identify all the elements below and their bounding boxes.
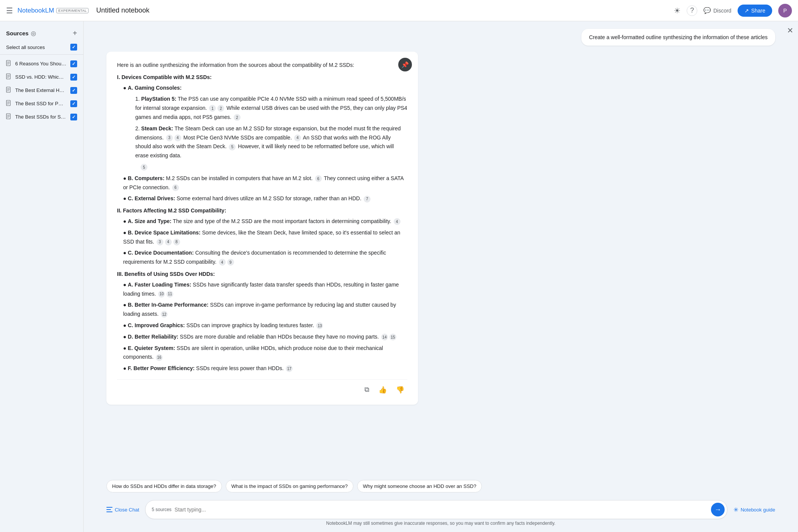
- citation-10[interactable]: 10: [158, 291, 165, 298]
- chat-input-wrapper: 5 sources →: [145, 500, 727, 519]
- citation-7[interactable]: 7: [364, 196, 370, 203]
- ai-response: 📌 Here is an outline synthesizing the in…: [106, 52, 418, 405]
- send-icon: →: [714, 506, 721, 514]
- add-source-button[interactable]: +: [73, 29, 77, 38]
- source-checkbox-0[interactable]: [70, 60, 77, 67]
- citation-9[interactable]: 9: [227, 259, 234, 266]
- citation-4b[interactable]: 4: [294, 135, 301, 141]
- suggestion-chip-0[interactable]: How do SSDs and HDDs differ in data stor…: [106, 480, 222, 492]
- sidebar-item-0[interactable]: 6 Reasons You Should...: [0, 57, 83, 70]
- citation-4[interactable]: 4: [174, 135, 181, 141]
- citation-8[interactable]: 8: [173, 239, 180, 245]
- citation-12[interactable]: 12: [161, 311, 168, 318]
- source-checkbox-2[interactable]: [70, 87, 77, 94]
- citation-3[interactable]: 3: [166, 135, 173, 141]
- user-message-text: Create a well-formatted outline synthesi…: [589, 34, 768, 40]
- citation-4e[interactable]: 4: [219, 259, 226, 266]
- share-button[interactable]: ↗ Share: [738, 5, 772, 17]
- citation-2[interactable]: 2: [217, 105, 224, 112]
- citation-13[interactable]: 13: [316, 322, 323, 329]
- source-label: The Best SSD for PS5 ...: [15, 101, 66, 106]
- improved-graphics-item: ● C. Improved Graphics: SSDs can improve…: [123, 321, 407, 330]
- steam-deck-text: 2. Steam Deck: The Steam Deck can use an…: [135, 124, 407, 160]
- citation-4c[interactable]: 4: [394, 218, 401, 225]
- citation-15[interactable]: 15: [390, 334, 396, 340]
- power-item: ● F. Better Power Efficiency: SSDs requi…: [123, 364, 407, 373]
- citation-16[interactable]: 16: [156, 354, 163, 361]
- suggestion-chip-1[interactable]: What is the impact of SSDs on gaming per…: [226, 480, 353, 492]
- source-doc-icon: [6, 60, 11, 67]
- svg-rect-20: [106, 507, 112, 508]
- source-doc-icon: [6, 113, 11, 120]
- thumbup-button[interactable]: 👍: [375, 384, 390, 396]
- citation-6b[interactable]: 6: [172, 184, 179, 191]
- logo-badge: Experimental: [56, 8, 89, 13]
- theme-toggle-button[interactable]: ☀: [674, 6, 681, 15]
- steam-deck-citation-5b: 5: [135, 163, 407, 172]
- section-i-content: ● A. Gaming Consoles: 1. PlayStation 5: …: [123, 84, 407, 204]
- section-ii-content: ● A. Size and Type: The size and type of…: [123, 217, 407, 267]
- chat-bottom: Close Chat 5 sources → ✳ Notebook guide …: [84, 496, 798, 532]
- source-checkbox-1[interactable]: [70, 74, 77, 81]
- citation-2b[interactable]: 2: [234, 114, 241, 121]
- notebook-title[interactable]: Untitled notebook: [96, 6, 669, 14]
- sidebar-item-2[interactable]: The Best External Har...: [0, 84, 83, 97]
- source-list: 6 Reasons You Should... SSD vs. HDD: Whi…: [0, 57, 83, 124]
- logo-text: NotebookLM: [17, 7, 54, 14]
- computers-item: ● B. Computers: M.2 SSDs can be installe…: [123, 174, 407, 192]
- disclaimer-text: NotebookLM may still sometimes give inac…: [106, 519, 775, 529]
- discord-label: Discord: [713, 8, 731, 14]
- suggestion-chip-2[interactable]: Why might someone choose an HDD over an …: [357, 480, 482, 492]
- discord-link[interactable]: 💬 Discord: [703, 7, 731, 14]
- share-icon: ↗: [744, 8, 749, 14]
- target-icon: ◎: [31, 30, 36, 37]
- ps5-item: 1. PlayStation 5: The PS5 can use any co…: [135, 95, 407, 122]
- chat-input[interactable]: [174, 507, 711, 513]
- avatar[interactable]: P: [778, 4, 792, 17]
- citation-5b[interactable]: 5: [141, 164, 147, 171]
- citation-4d[interactable]: 4: [165, 239, 172, 245]
- citation-14[interactable]: 14: [381, 334, 388, 340]
- menu-button[interactable]: ☰: [6, 6, 13, 15]
- logo: NotebookLM Experimental: [17, 7, 89, 14]
- sidebar-item-1[interactable]: SSD vs. HDD: Which S...: [0, 70, 83, 84]
- section-i-title: I. Devices Compatible with M.2 SSDs:: [117, 73, 407, 82]
- sidebar-item-4[interactable]: The Best SSDs for Ste...: [0, 110, 83, 124]
- citation-1[interactable]: 1: [209, 105, 216, 112]
- sources-badge: 5 sources: [152, 507, 171, 512]
- citation-5[interactable]: 5: [229, 144, 236, 150]
- source-doc-icon: [6, 73, 11, 81]
- help-button[interactable]: ?: [687, 5, 697, 16]
- pin-button[interactable]: 📌: [398, 58, 412, 71]
- device-doc-item: ● C. Device Documentation: Consulting th…: [123, 249, 407, 267]
- citation-11[interactable]: 11: [166, 291, 173, 298]
- steam-deck-item: 2. Steam Deck: The Steam Deck can use an…: [135, 124, 407, 172]
- close-chat-label: Close Chat: [115, 507, 139, 513]
- select-all-row: Select all sources: [0, 41, 83, 55]
- citation-3b[interactable]: 3: [157, 239, 163, 245]
- messages-scroll: Create a well-formatted outline synthesi…: [84, 21, 798, 476]
- source-checkbox-4[interactable]: [70, 114, 77, 120]
- notebook-guide-button[interactable]: ✳ Notebook guide: [727, 503, 775, 516]
- close-panel-button[interactable]: ✕: [787, 26, 793, 35]
- notebook-guide-label: Notebook guide: [741, 507, 775, 513]
- source-checkbox-3[interactable]: [70, 100, 77, 107]
- quieter-item: ● E. Quieter System: SSDs are silent in …: [123, 344, 407, 362]
- citation-17[interactable]: 17: [286, 365, 293, 372]
- sidebar: Sources ◎ + Select all sources 6 Reasons…: [0, 21, 84, 532]
- select-all-checkbox[interactable]: [70, 44, 77, 51]
- sidebar-item-3[interactable]: The Best SSD for PS5 ...: [0, 97, 83, 110]
- copy-button[interactable]: ⧉: [361, 384, 372, 396]
- citation-6[interactable]: 6: [315, 175, 322, 182]
- source-doc-icon: [6, 100, 11, 107]
- suggestions-bar: How do SSDs and HDDs differ in data stor…: [84, 476, 798, 496]
- source-doc-icon: [6, 87, 11, 94]
- ai-intro: Here is an outline synthesizing the info…: [117, 61, 407, 70]
- size-type-item: ● A. Size and Type: The size and type of…: [123, 217, 407, 226]
- close-chat-button[interactable]: Close Chat: [106, 504, 145, 516]
- section-iii-title: III. Benefits of Using SSDs Over HDDs:: [117, 270, 407, 279]
- send-button[interactable]: →: [711, 503, 725, 516]
- select-all-label[interactable]: Select all sources: [6, 44, 45, 50]
- thumbdown-button[interactable]: 👎: [393, 384, 407, 396]
- section-iii-content: ● A. Faster Loading Times: SSDs have sig…: [123, 280, 407, 373]
